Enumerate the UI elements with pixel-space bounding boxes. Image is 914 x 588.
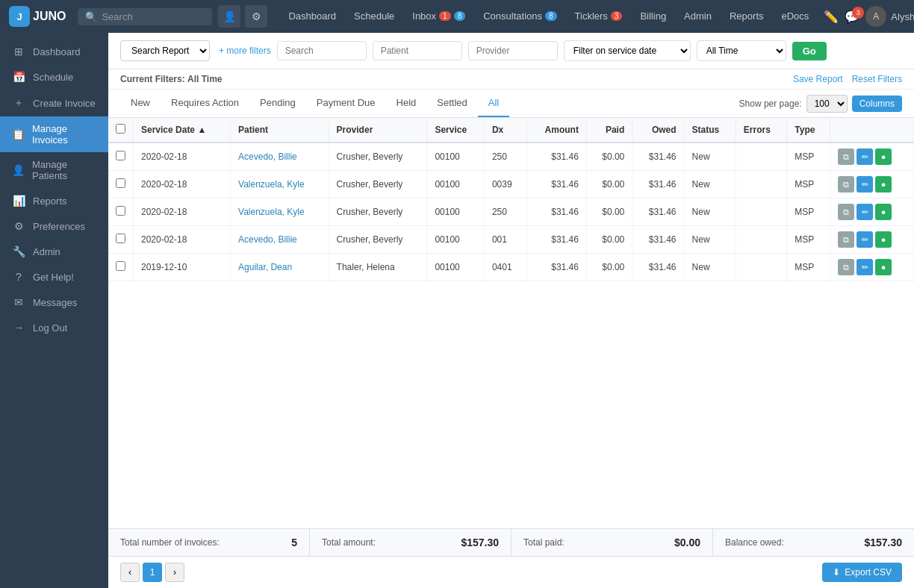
col-amount[interactable]: Amount	[527, 118, 587, 143]
sidebar-label-manage-invoices: Manage Invoices	[32, 123, 96, 146]
tab-requires-action[interactable]: Requires Action	[161, 90, 249, 117]
row-checkbox[interactable]	[116, 151, 125, 160]
admin-icon: 🔧	[12, 245, 25, 257]
select-all-checkbox[interactable]	[116, 124, 125, 134]
sidebar-item-preferences[interactable]: ⚙ Preferences	[0, 213, 108, 239]
sidebar-item-messages[interactable]: ✉ Messages	[0, 290, 108, 315]
row-view-button[interactable]: ●	[875, 259, 892, 275]
col-service[interactable]: Service	[427, 118, 485, 143]
sidebar-item-help[interactable]: ? Get Help!	[0, 264, 108, 290]
nav-admin[interactable]: Admin	[675, 0, 721, 33]
cell-dx: 0401	[484, 254, 526, 281]
tab-new[interactable]: New	[120, 90, 161, 117]
search-filter-input[interactable]	[277, 41, 367, 60]
row-copy-button[interactable]: ⧉	[838, 176, 854, 193]
provider-filter-input[interactable]	[468, 41, 558, 60]
row-checkbox-cell[interactable]	[108, 254, 134, 281]
nav-inbox[interactable]: Inbox18	[403, 0, 474, 33]
nav-edocs[interactable]: eDocs	[773, 0, 818, 33]
row-edit-button[interactable]: ✏	[857, 204, 873, 220]
sidebar-item-logout[interactable]: → Log Out	[0, 315, 108, 340]
row-copy-button[interactable]: ⧉	[838, 259, 854, 275]
row-checkbox-cell[interactable]	[108, 143, 134, 171]
edit-icon-btn[interactable]: ✏️	[824, 10, 839, 24]
row-checkbox-cell[interactable]	[108, 226, 134, 254]
row-view-button[interactable]: ●	[875, 176, 892, 193]
sidebar-item-create-invoice[interactable]: ＋ Create Invoice	[0, 90, 108, 116]
time-filter-select[interactable]: All Time	[697, 40, 786, 61]
tab-all[interactable]: All	[478, 90, 509, 117]
nav-billing[interactable]: Billing	[631, 0, 675, 33]
cell-patient[interactable]: Aguilar, Dean	[231, 254, 329, 281]
per-page-select[interactable]: 100	[806, 95, 848, 113]
chat-icon-btn[interactable]: 💬 3	[845, 10, 859, 24]
row-view-button[interactable]: ●	[875, 148, 892, 165]
columns-button[interactable]: Columns	[852, 96, 902, 112]
nav-ticklers[interactable]: Ticklers3	[566, 0, 632, 33]
user-add-icon-btn[interactable]: 👤	[218, 5, 240, 28]
main-nav: Dashboard Schedule Inbox18 Consultations…	[279, 0, 818, 33]
row-copy-button[interactable]: ⧉	[838, 148, 854, 165]
nav-schedule[interactable]: Schedule	[345, 0, 403, 33]
sidebar-item-manage-patients[interactable]: 👤 Manage Patients	[0, 152, 108, 188]
tab-pending[interactable]: Pending	[249, 90, 306, 117]
row-checkbox[interactable]	[116, 206, 125, 216]
save-report-button[interactable]: Save Report	[793, 74, 843, 84]
nav-reports[interactable]: Reports	[721, 0, 773, 33]
patient-filter-input[interactable]	[373, 41, 462, 60]
tab-held[interactable]: Held	[386, 90, 427, 117]
cell-patient[interactable]: Valenzuela, Kyle	[231, 198, 329, 226]
row-view-button[interactable]: ●	[875, 204, 892, 220]
cell-service-date: 2020-02-18	[134, 143, 231, 171]
avatar: A	[865, 6, 886, 27]
cell-patient[interactable]: Acevedo, Billie	[231, 143, 329, 171]
col-paid[interactable]: Paid	[586, 118, 632, 143]
reset-filters-button[interactable]: Reset Filters	[852, 74, 902, 84]
go-button[interactable]: Go	[792, 42, 827, 60]
sidebar-item-schedule[interactable]: 📅 Schedule	[0, 64, 108, 90]
row-edit-button[interactable]: ✏	[857, 148, 873, 165]
sidebar-item-dashboard[interactable]: ⊞ Dashboard	[0, 39, 108, 64]
tab-payment-due[interactable]: Payment Due	[306, 90, 386, 117]
tab-settled[interactable]: Settled	[426, 90, 477, 117]
user-menu[interactable]: A Alysha	[865, 6, 914, 27]
row-checkbox[interactable]	[116, 178, 125, 188]
row-checkbox-cell[interactable]	[108, 171, 134, 198]
col-patient[interactable]: Patient	[231, 118, 329, 143]
row-copy-button[interactable]: ⧉	[838, 231, 854, 248]
col-service-date[interactable]: Service Date ▲	[134, 118, 231, 143]
col-type[interactable]: Type	[787, 118, 830, 143]
nav-dashboard[interactable]: Dashboard	[279, 0, 345, 33]
more-filters-link[interactable]: + more filters	[219, 46, 271, 56]
search-report-select[interactable]: Search Report	[120, 40, 210, 61]
date-filter-select[interactable]: Filter on service date	[564, 40, 691, 61]
row-checkbox[interactable]	[116, 234, 125, 243]
nav-consultations[interactable]: Consultations8	[474, 0, 565, 33]
col-dx[interactable]: Dx	[484, 118, 526, 143]
sidebar-item-reports[interactable]: 📊 Reports	[0, 188, 108, 213]
cell-patient[interactable]: Valenzuela, Kyle	[231, 171, 329, 198]
sidebar-item-admin[interactable]: 🔧 Admin	[0, 239, 108, 264]
row-checkbox-cell[interactable]	[108, 198, 134, 226]
cell-patient[interactable]: Acevedo, Billie	[231, 226, 329, 254]
sidebar-item-manage-invoices[interactable]: 📋 Manage Invoices	[0, 116, 108, 152]
page-1-button[interactable]: 1	[143, 563, 162, 582]
col-owed[interactable]: Owed	[632, 118, 684, 143]
global-search-bar[interactable]: 🔍	[78, 8, 212, 25]
export-csv-button[interactable]: ⬇ Export CSV	[822, 563, 902, 582]
row-edit-button[interactable]: ✏	[857, 259, 873, 275]
search-input[interactable]	[102, 11, 205, 22]
col-errors[interactable]: Errors	[736, 118, 787, 143]
col-provider[interactable]: Provider	[329, 118, 427, 143]
next-page-button[interactable]: ›	[165, 563, 184, 582]
settings-icon-btn[interactable]: ⚙	[245, 5, 267, 28]
row-view-button[interactable]: ●	[875, 231, 892, 248]
row-checkbox[interactable]	[116, 261, 125, 271]
row-edit-button[interactable]: ✏	[857, 231, 873, 248]
col-status[interactable]: Status	[684, 118, 736, 143]
row-edit-button[interactable]: ✏	[857, 176, 873, 193]
row-copy-button[interactable]: ⧉	[838, 204, 854, 220]
dashboard-icon: ⊞	[12, 46, 25, 57]
total-invoices-label: Total number of invoices:	[120, 537, 220, 548]
prev-page-button[interactable]: ‹	[120, 563, 140, 582]
